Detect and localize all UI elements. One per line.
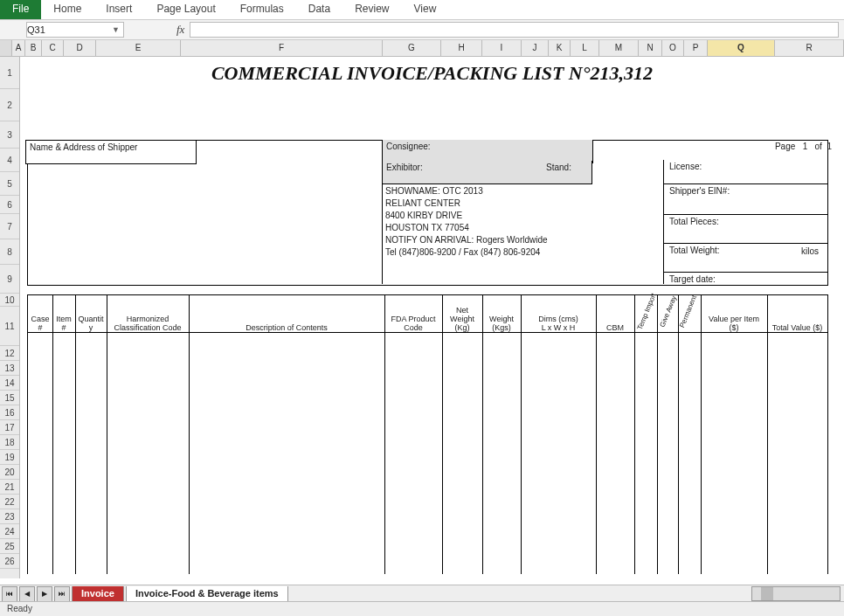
dropdown-icon[interactable]: ▼ bbox=[112, 25, 123, 34]
row-header-26[interactable]: 26 bbox=[0, 554, 19, 569]
col-header-C[interactable]: C bbox=[42, 40, 64, 56]
col-total-value: Total Value ($) bbox=[767, 295, 827, 334]
col-header-J[interactable]: J bbox=[522, 40, 549, 56]
col-header-O[interactable]: O bbox=[662, 40, 684, 56]
sheet-tab-invoice[interactable]: Invoice bbox=[72, 586, 124, 602]
tab-page-layout[interactable]: Page Layout bbox=[144, 0, 227, 19]
nav-prev[interactable]: ◀ bbox=[19, 586, 35, 602]
row-header-24[interactable]: 24 bbox=[0, 524, 19, 539]
page-label: Page bbox=[775, 142, 795, 151]
row-header-11[interactable]: 11 bbox=[0, 307, 19, 346]
exhibitor-label: Exhibitor: bbox=[382, 161, 548, 184]
row-header-2[interactable]: 2 bbox=[0, 89, 19, 121]
sheet-tab-food-beverage[interactable]: Invoice-Food & Beverage items bbox=[126, 586, 288, 602]
row-header-10[interactable]: 10 bbox=[0, 294, 19, 307]
row-header-17[interactable]: 17 bbox=[0, 420, 19, 435]
col-header-M[interactable]: M bbox=[599, 40, 639, 56]
row-header-5[interactable]: 5 bbox=[0, 172, 19, 196]
tab-file[interactable]: File bbox=[0, 0, 41, 19]
row-header-22[interactable]: 22 bbox=[0, 495, 19, 509]
row-header-19[interactable]: 19 bbox=[0, 450, 19, 465]
tab-data[interactable]: Data bbox=[296, 0, 342, 19]
col-header-A[interactable]: A bbox=[12, 40, 25, 56]
col-item: Item # bbox=[52, 295, 76, 334]
row-header-18[interactable]: 18 bbox=[0, 435, 19, 450]
ribbon: File Home Insert Page Layout Formulas Da… bbox=[0, 0, 844, 20]
row-header-21[interactable]: 21 bbox=[0, 480, 19, 495]
ein: Shipper's EIN#: bbox=[664, 184, 827, 215]
row-header-16[interactable]: 16 bbox=[0, 405, 19, 420]
tab-insert[interactable]: Insert bbox=[93, 0, 144, 19]
tel: Tel (847)806-9200 / Fax (847) 806-9204 bbox=[385, 246, 548, 259]
col-header-G[interactable]: G bbox=[383, 40, 441, 56]
col-header-R[interactable]: R bbox=[775, 40, 844, 56]
column-headers: ABCDEFGHIJKLMNOPQR bbox=[0, 40, 844, 57]
row-header-14[interactable]: 14 bbox=[0, 376, 19, 391]
col-header-F[interactable]: F bbox=[181, 40, 383, 56]
formula-input[interactable] bbox=[190, 22, 839, 38]
page-indicator: Page 1 of 1 bbox=[775, 142, 832, 151]
formula-bar: Q31 ▼ fx bbox=[0, 20, 844, 40]
col-weight: Weight (Kgs) bbox=[482, 295, 522, 334]
target-date: Target date: bbox=[664, 273, 827, 296]
col-cbm: CBM bbox=[596, 295, 635, 334]
table-body bbox=[27, 331, 827, 574]
select-all[interactable] bbox=[0, 40, 12, 56]
row-header-1[interactable]: 1 bbox=[0, 57, 19, 89]
row-header-25[interactable]: 25 bbox=[0, 539, 19, 554]
col-fda: FDA Product Code bbox=[384, 295, 443, 334]
tab-formulas[interactable]: Formulas bbox=[228, 0, 296, 19]
total-weight-label: Total Weight: bbox=[669, 246, 720, 255]
nav-first[interactable]: ⏮ bbox=[2, 586, 17, 602]
col-header-K[interactable]: K bbox=[549, 40, 571, 56]
row-header-7[interactable]: 7 bbox=[0, 214, 19, 239]
row-header-15[interactable]: 15 bbox=[0, 391, 19, 405]
worksheet[interactable]: COMMERCIAL INVOICE/PACKING LIST N°213,31… bbox=[20, 57, 844, 578]
tab-view[interactable]: View bbox=[402, 0, 449, 19]
col-qty: Quantit y bbox=[75, 295, 107, 334]
row-header-9[interactable]: 9 bbox=[0, 265, 19, 294]
grid: 1234567891011121314151617181920212223242… bbox=[0, 57, 844, 578]
fx-icon[interactable]: fx bbox=[176, 23, 190, 37]
col-header-D[interactable]: D bbox=[64, 40, 96, 56]
row-header-23[interactable]: 23 bbox=[0, 509, 19, 524]
notify: NOTIFY ON ARRIVAL: Rogers Worldwide bbox=[385, 234, 548, 246]
col-header-P[interactable]: P bbox=[684, 40, 708, 56]
name-box[interactable]: Q31 ▼ bbox=[26, 22, 124, 38]
row-header-3[interactable]: 3 bbox=[0, 121, 19, 149]
nav-last[interactable]: ⏭ bbox=[54, 586, 70, 602]
scroll-thumb[interactable] bbox=[761, 587, 773, 600]
page-of: of bbox=[815, 142, 822, 151]
row-headers: 1234567891011121314151617181920212223242… bbox=[0, 57, 20, 578]
col-header-B[interactable]: B bbox=[25, 40, 42, 56]
tab-home[interactable]: Home bbox=[41, 0, 93, 19]
address2: HOUSTON TX 77054 bbox=[385, 222, 548, 234]
right-info: License: Shipper's EIN#: Total Pieces: T… bbox=[663, 160, 827, 284]
nav-next[interactable]: ▶ bbox=[37, 586, 52, 602]
col-dims: Dims (cms) L x W x H bbox=[521, 295, 597, 334]
col-temp-import: Temp Import bbox=[634, 295, 658, 334]
show-name: SHOWNAME: OTC 2013 bbox=[385, 185, 548, 197]
row-header-8[interactable]: 8 bbox=[0, 239, 19, 265]
row-header-13[interactable]: 13 bbox=[0, 361, 19, 376]
horizontal-scrollbar[interactable] bbox=[751, 586, 841, 601]
row-header-12[interactable]: 12 bbox=[0, 346, 19, 361]
col-header-I[interactable]: I bbox=[482, 40, 522, 56]
row-header-20[interactable]: 20 bbox=[0, 465, 19, 480]
tab-review[interactable]: Review bbox=[342, 0, 401, 19]
col-header-H[interactable]: H bbox=[441, 40, 482, 56]
col-net-weight: Net Weight (Kg) bbox=[442, 295, 483, 334]
col-header-Q[interactable]: Q bbox=[708, 40, 775, 56]
stand-label: Stand: bbox=[543, 161, 592, 184]
col-permanent: Permanent bbox=[678, 295, 702, 334]
address1: 8400 KIRBY DRIVE bbox=[385, 210, 548, 222]
col-header-N[interactable]: N bbox=[639, 40, 662, 56]
col-description: Description of Contents bbox=[189, 295, 385, 334]
document-title: COMMERCIAL INVOICE/PACKING LIST N°213,31… bbox=[20, 62, 844, 85]
col-case: Case # bbox=[28, 295, 53, 334]
row-header-6[interactable]: 6 bbox=[0, 196, 19, 214]
row-header-4[interactable]: 4 bbox=[0, 149, 19, 172]
col-header-L[interactable]: L bbox=[571, 40, 599, 56]
total-pieces: Total Pieces: bbox=[664, 215, 827, 244]
col-header-E[interactable]: E bbox=[96, 40, 181, 56]
